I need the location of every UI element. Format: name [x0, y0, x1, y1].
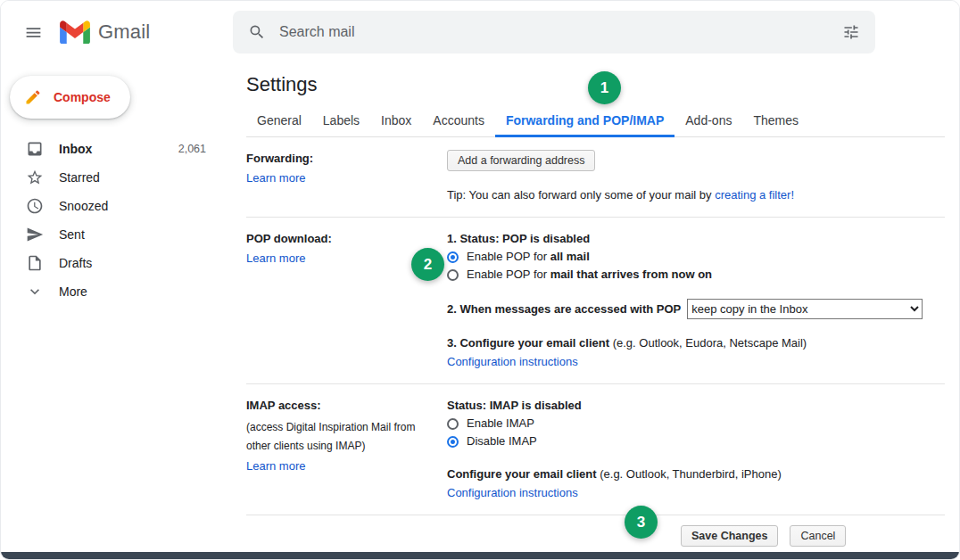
imap-configure-text: Configure your email client (e.g. Outloo…	[447, 465, 945, 483]
inbox-count: 2,061	[178, 143, 206, 155]
sidebar-item-label: Drafts	[59, 256, 92, 270]
tab-general[interactable]: General	[246, 105, 312, 137]
forwarding-section-content: Add a forwarding address Tip: You can al…	[447, 149, 945, 204]
radio-label: Enable IMAP	[467, 415, 534, 432]
imap-configuration-instructions-link[interactable]: Configuration instructions	[447, 486, 578, 499]
pop-download-label: POP download:	[246, 230, 447, 248]
settings-tabs: General Labels Inbox Accounts Forwarding…	[246, 105, 945, 137]
pop-download-section: POP download: Learn more 1. Status: POP …	[246, 218, 945, 384]
inbox-icon	[26, 140, 44, 158]
imap-config-link-row: Configuration instructions	[447, 484, 945, 502]
creating-filter-link[interactable]: creating a filter!	[715, 188, 794, 202]
sidebar-item-label: Sent	[59, 227, 85, 242]
sidebar: Compose Inbox 2,061 Starred Snoozed Sent…	[1, 63, 229, 552]
star-icon	[26, 169, 44, 186]
search-input[interactable]	[276, 24, 832, 40]
forwarding-tip: Tip: You can also forward only some of y…	[447, 186, 945, 204]
radio-indicator	[447, 418, 459, 430]
forwarding-learn-more-link[interactable]: Learn more	[246, 169, 305, 187]
imap-access-label: IMAP access:	[246, 397, 447, 415]
pop-config-link-row: Configuration instructions	[447, 353, 945, 371]
radio-label: Enable POP for mail that arrives from no…	[467, 266, 712, 284]
chevron-down-icon	[26, 283, 44, 301]
forwarding-section-label-column: Forwarding: Learn more	[246, 149, 447, 204]
tab-themes[interactable]: Themes	[742, 105, 809, 137]
annotation-badge-2: 2	[411, 248, 444, 281]
sidebar-item-more[interactable]: More	[1, 277, 229, 306]
tune-icon[interactable]	[832, 13, 870, 51]
pencil-icon	[24, 88, 42, 106]
clock-icon	[26, 197, 44, 215]
gmail-logo[interactable]: Gmail	[60, 21, 150, 44]
pop-learn-more-link[interactable]: Learn more	[246, 250, 305, 268]
sidebar-item-drafts[interactable]: Drafts	[1, 249, 229, 277]
tab-add-ons[interactable]: Add-ons	[674, 105, 742, 137]
annotation-badge-1: 1	[588, 71, 621, 104]
compose-label: Compose	[54, 90, 111, 104]
imap-access-sublabel: (access Digital Inspiration Mail from ot…	[246, 418, 435, 456]
gmail-logo-text: Gmail	[98, 21, 150, 44]
pop-status-heading: 1. Status: POP is disabled	[447, 230, 945, 248]
pop-action-select[interactable]: keep copy in the Inbox	[687, 299, 923, 319]
settings-footer: Save Changes Cancel	[246, 515, 945, 547]
enable-pop-all-mail-radio[interactable]: Enable POP for all mail	[447, 248, 945, 266]
bottom-bar	[1, 552, 959, 559]
sidebar-item-label: Snoozed	[59, 199, 108, 213]
tab-inbox[interactable]: Inbox	[370, 105, 422, 137]
save-changes-button[interactable]: Save Changes	[681, 525, 778, 547]
gmail-logo-icon	[60, 21, 90, 44]
search-bar	[233, 11, 875, 54]
radio-indicator	[447, 269, 459, 281]
topbar: Gmail	[1, 1, 959, 63]
pop-when-row: 2. When messages are accessed with POP k…	[447, 299, 945, 319]
sidebar-item-inbox[interactable]: Inbox 2,061	[1, 135, 229, 163]
sidebar-item-snoozed[interactable]: Snoozed	[1, 192, 229, 220]
radio-label: Enable POP for all mail	[467, 248, 590, 266]
pop-section-content: 1. Status: POP is disabled Enable POP fo…	[447, 229, 945, 371]
pop-when-heading: 2. When messages are accessed with POP	[447, 301, 681, 318]
add-forwarding-address-button[interactable]: Add a forwarding address	[447, 150, 595, 171]
cancel-button[interactable]: Cancel	[790, 525, 846, 547]
enable-imap-radio[interactable]: Enable IMAP	[447, 415, 945, 432]
draft-icon	[26, 254, 44, 272]
hamburger-menu-icon	[24, 23, 43, 42]
tab-labels[interactable]: Labels	[312, 105, 370, 137]
enable-pop-from-now-on-radio[interactable]: Enable POP for mail that arrives from no…	[447, 266, 945, 284]
sidebar-item-label: Inbox	[59, 142, 92, 156]
hamburger-menu-button[interactable]	[13, 12, 53, 52]
imap-learn-more-link[interactable]: Learn more	[246, 457, 305, 475]
pop-configuration-instructions-link[interactable]: Configuration instructions	[447, 355, 578, 368]
tab-forwarding-pop-imap[interactable]: Forwarding and POP/IMAP	[495, 105, 674, 137]
forwarding-tip-text: Tip: You can also forward only some of y…	[447, 188, 715, 202]
pop-configure-text: 3. Configure your email client (e.g. Out…	[447, 334, 945, 352]
sidebar-item-starred[interactable]: Starred	[1, 163, 229, 192]
radio-indicator	[447, 436, 459, 448]
sidebar-item-label: Starred	[59, 170, 100, 185]
send-icon	[26, 226, 44, 243]
imap-section-label-column: IMAP access: (access Digital Inspiration…	[246, 396, 447, 502]
disable-imap-radio[interactable]: Disable IMAP	[447, 432, 945, 450]
radio-indicator	[447, 251, 459, 263]
imap-access-section: IMAP access: (access Digital Inspiration…	[246, 384, 945, 515]
annotation-badge-3: 3	[625, 506, 658, 539]
search-icon[interactable]	[238, 13, 276, 51]
gmail-settings-window: Gmail Compose Inbox 2,061	[0, 0, 960, 560]
sidebar-item-label: More	[59, 284, 87, 299]
radio-label: Disable IMAP	[467, 432, 537, 450]
settings-main: Settings General Labels Inbox Accounts F…	[229, 63, 959, 552]
imap-status-heading: Status: IMAP is disabled	[447, 397, 945, 415]
forwarding-section: Forwarding: Learn more Add a forwarding …	[246, 137, 945, 218]
tab-accounts[interactable]: Accounts	[422, 105, 495, 137]
sidebar-item-sent[interactable]: Sent	[1, 220, 229, 249]
compose-button[interactable]: Compose	[10, 76, 130, 119]
imap-section-content: Status: IMAP is disabled Enable IMAP Dis…	[447, 396, 945, 502]
forwarding-label: Forwarding:	[246, 150, 447, 168]
